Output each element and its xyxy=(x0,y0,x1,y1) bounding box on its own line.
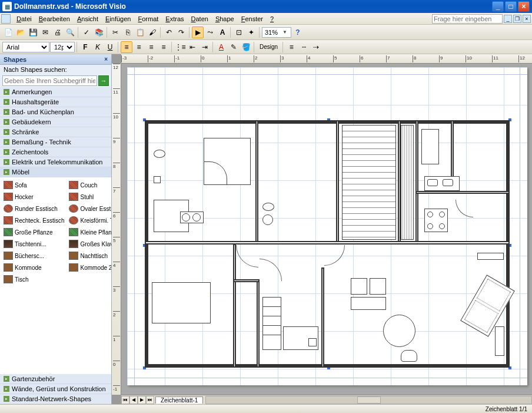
new-button[interactable]: 📄 xyxy=(2,27,14,38)
stencil-item[interactable]: ▸Gartenzubehör xyxy=(0,374,111,384)
shape-item[interactable]: Runder Esstisch xyxy=(2,203,65,214)
fill-color-button[interactable]: 🪣 xyxy=(240,41,252,53)
sink-shape[interactable] xyxy=(262,214,273,225)
stairs-shape[interactable] xyxy=(342,125,396,240)
cut-button[interactable]: ✂ xyxy=(109,27,121,38)
menu-daten[interactable]: Daten xyxy=(188,14,212,24)
decrease-indent-button[interactable]: ⇤ xyxy=(187,41,198,53)
door-arc[interactable] xyxy=(324,245,345,266)
zoom-dropdown[interactable]: 31% ▼ xyxy=(262,27,291,38)
stencil-item[interactable]: ▸Möbel xyxy=(0,167,111,177)
text-tool-button[interactable]: A xyxy=(217,27,228,38)
copy-button[interactable]: ⎘ xyxy=(122,27,134,38)
shapes-button[interactable]: ✦ xyxy=(245,27,257,38)
shape-item[interactable]: Großes Klavier xyxy=(68,239,111,249)
increase-indent-button[interactable]: ⇥ xyxy=(199,41,211,53)
search-go-button[interactable]: → xyxy=(98,75,109,86)
line-pattern-button[interactable]: ╌ xyxy=(298,41,310,53)
line-ends-button[interactable]: ⇢ xyxy=(310,41,322,53)
shape-item[interactable]: Hocker xyxy=(2,191,65,202)
page-tab[interactable]: Zeichenblatt-1 xyxy=(155,397,203,404)
font-size-select[interactable]: 12pt xyxy=(50,42,75,52)
menu-datei[interactable]: Datei xyxy=(13,14,35,24)
wall[interactable] xyxy=(415,191,510,194)
tab-next-button[interactable]: ▶ xyxy=(138,396,146,404)
wall[interactable] xyxy=(336,120,339,244)
wall[interactable] xyxy=(415,120,418,244)
stove-shape[interactable] xyxy=(424,209,448,232)
shelf-shape[interactable] xyxy=(477,253,504,260)
align-center-button[interactable]: ≡ xyxy=(133,41,145,53)
redo-button[interactable]: ↷ xyxy=(175,27,187,38)
shape-item[interactable]: Große Pflanze xyxy=(2,227,65,237)
shape-item[interactable]: Büchersc... xyxy=(2,250,65,261)
research-button[interactable]: 📚 xyxy=(93,27,105,38)
shapes-search-input[interactable] xyxy=(2,75,97,86)
shape-item[interactable]: Kommode xyxy=(2,262,65,273)
stencil-item[interactable]: ▸Bemaßung - Technik xyxy=(0,137,111,147)
stencil-item[interactable]: ▸Haushaltsgeräte xyxy=(0,97,111,107)
wall[interactable] xyxy=(255,120,258,244)
chair-shape[interactable] xyxy=(351,278,367,295)
horizontal-ruler[interactable]: -3-2-1012345678910111213 xyxy=(121,54,532,64)
bullets-button[interactable]: ⋮≡ xyxy=(174,41,186,53)
drawing-canvas[interactable] xyxy=(121,64,532,395)
bold-button[interactable]: F xyxy=(79,41,91,53)
door-arc[interactable] xyxy=(455,200,473,217)
stencil-item[interactable]: ▸Schränke xyxy=(0,127,111,137)
stencil-item[interactable]: ▸Wände, Gerüst und Konstruktion xyxy=(0,384,111,394)
vertical-ruler[interactable]: 1211109876543210-1 xyxy=(112,64,121,395)
armchair-shape[interactable] xyxy=(401,350,417,362)
connect-shapes-button[interactable]: ⊡ xyxy=(233,27,245,38)
wall[interactable] xyxy=(233,244,236,368)
shape-item[interactable]: Kleine Pflanze xyxy=(68,227,111,237)
computer-shape[interactable] xyxy=(308,338,317,346)
help-search-input[interactable] xyxy=(432,14,503,24)
wall[interactable] xyxy=(321,267,324,368)
menu-extras[interactable]: Extras xyxy=(162,14,187,24)
close-button[interactable]: × xyxy=(518,1,530,12)
bed-shape[interactable] xyxy=(152,282,211,323)
round-table-shape[interactable] xyxy=(383,315,415,347)
shapes-close-button[interactable]: × xyxy=(104,56,108,62)
stencil-item[interactable]: ▸Zeichentools xyxy=(0,147,111,157)
tab-prev-button[interactable]: ◀ xyxy=(129,396,138,404)
counter-shape[interactable] xyxy=(424,176,460,191)
shape-item[interactable]: Tisch xyxy=(2,274,65,285)
line-weight-button[interactable]: ≡ xyxy=(285,41,297,53)
tab-first-button[interactable]: ⏮ xyxy=(121,396,129,404)
wall[interactable] xyxy=(145,241,510,245)
shape-item[interactable]: Tischtenni... xyxy=(2,239,65,249)
shape-item[interactable]: Nachttisch xyxy=(68,250,111,261)
format-painter-button[interactable]: 🖌 xyxy=(147,27,158,38)
table-shape[interactable] xyxy=(351,297,386,310)
shower-shape[interactable] xyxy=(204,138,251,185)
menu-format[interactable]: Format xyxy=(134,14,162,24)
menu-bearbeiten[interactable]: Bearbeiten xyxy=(35,14,74,24)
wall[interactable] xyxy=(145,120,510,124)
doc-minimize-button[interactable]: _ xyxy=(504,15,512,23)
floorplan-group[interactable] xyxy=(145,120,510,368)
open-button[interactable]: 📂 xyxy=(15,27,26,38)
wall[interactable] xyxy=(145,364,510,368)
side-shape[interactable] xyxy=(495,326,504,356)
toilet-shape[interactable] xyxy=(154,150,165,158)
shape-item[interactable]: Couch xyxy=(68,180,111,190)
stencil-item[interactable]: ▸Elektrik und Telekommunikation xyxy=(0,157,111,167)
shape-item[interactable]: Kommode 2 Schubl. xyxy=(68,262,111,273)
align-right-button[interactable]: ≡ xyxy=(145,41,157,53)
align-justify-button[interactable]: ≡ xyxy=(158,41,169,53)
menu-shape[interactable]: Shape xyxy=(212,14,238,24)
shape-item[interactable]: Kreisförmi. Tisch xyxy=(68,215,111,226)
toilet-shape[interactable] xyxy=(262,203,274,211)
italic-button[interactable]: K xyxy=(92,41,104,53)
chair-shape[interactable] xyxy=(370,278,386,295)
menu-einfügen[interactable]: Einfügen xyxy=(102,14,134,24)
sink-shape[interactable] xyxy=(180,212,204,223)
stencil-item[interactable]: ▸Anmerkungen xyxy=(0,87,111,97)
doc-restore-button[interactable]: ❐ xyxy=(513,15,521,23)
font-color-button[interactable]: A xyxy=(215,41,227,53)
fixture-shape[interactable] xyxy=(154,176,161,183)
stencil-item[interactable]: ▸Bad- und Küchenplan xyxy=(0,107,111,117)
doc-close-button[interactable]: × xyxy=(523,15,531,23)
